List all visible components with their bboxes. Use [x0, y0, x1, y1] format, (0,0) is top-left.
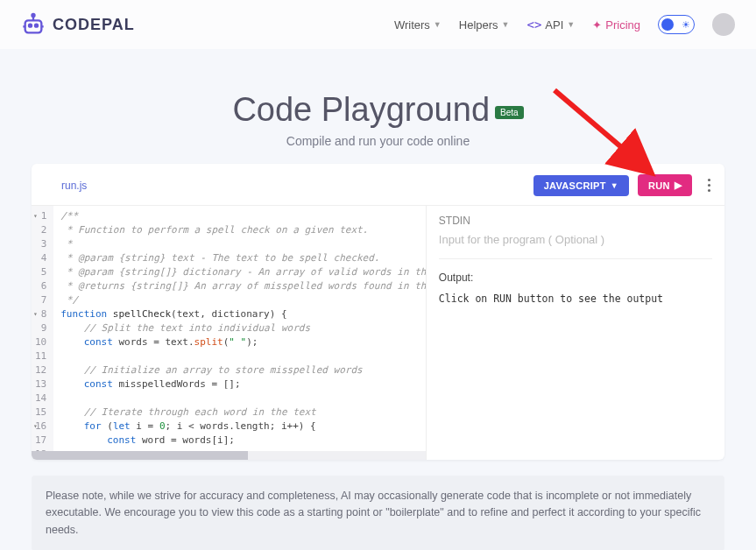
nav-api-label: API — [545, 18, 563, 32]
svg-rect-0 — [25, 20, 42, 32]
code-editor[interactable]: 1▾2345678▾910111213141516▾171819202122 /… — [32, 206, 427, 460]
file-tab[interactable]: run.js — [61, 180, 87, 192]
nav-writers-label: Writers — [394, 18, 430, 32]
nav-writers[interactable]: Writers▼ — [394, 18, 442, 32]
run-button[interactable]: RUN▶ — [638, 174, 692, 196]
logo[interactable]: CODEPAL — [21, 12, 135, 37]
svg-point-2 — [35, 25, 38, 27]
io-panel: STDIN Output: Click on RUN button to see… — [427, 206, 724, 460]
nav-pricing[interactable]: ✦Pricing — [592, 18, 640, 32]
chevron-down-icon: ▼ — [567, 20, 575, 29]
play-icon: ▶ — [675, 180, 682, 191]
horizontal-scrollbar[interactable] — [32, 451, 426, 460]
chevron-down-icon: ▼ — [611, 181, 618, 190]
header: CODEPAL Writers▼ Helpers▼ <>API▼ ✦Pricin… — [0, 0, 756, 49]
svg-point-4 — [32, 14, 34, 17]
toggle-knob — [661, 18, 674, 31]
divider — [439, 258, 712, 259]
run-label: RUN — [648, 180, 670, 191]
output-label: Output: — [439, 271, 712, 284]
nav-helpers-label: Helpers — [459, 18, 498, 32]
page-title: Code Playground — [232, 91, 490, 129]
avatar[interactable] — [712, 13, 735, 36]
stdin-label: STDIN — [439, 215, 712, 227]
page-subtitle: Compile and run your code online — [0, 134, 756, 148]
menu-button[interactable] — [708, 179, 710, 192]
svg-point-1 — [29, 25, 32, 27]
nav-api[interactable]: <>API▼ — [527, 18, 576, 32]
panel-body: 1▾2345678▾910111213141516▾171819202122 /… — [32, 206, 724, 460]
theme-toggle[interactable]: ☀ — [658, 15, 695, 34]
line-gutter: 1▾2345678▾910111213141516▾171819202122 — [32, 206, 53, 460]
output-text: Click on RUN button to see the output — [439, 293, 712, 305]
title-block: Code PlaygroundBeta Compile and run your… — [0, 91, 756, 148]
panel-head: run.js JAVASCRIPT▼ RUN▶ — [32, 164, 724, 206]
sun-icon: ☀ — [682, 19, 690, 31]
code-area[interactable]: /** * Function to perform a spell check … — [53, 206, 426, 460]
nav-pricing-label: Pricing — [605, 18, 640, 32]
braces-icon: <> — [527, 18, 542, 32]
beta-badge: Beta — [495, 106, 524, 119]
language-label: JAVASCRIPT — [544, 180, 606, 191]
stdin-input[interactable] — [439, 233, 712, 246]
nav-helpers[interactable]: Helpers▼ — [459, 18, 510, 32]
chevron-down-icon: ▼ — [502, 20, 510, 29]
nav: Writers▼ Helpers▼ <>API▼ ✦Pricing ☀ — [394, 13, 735, 36]
scroll-thumb[interactable] — [32, 451, 248, 460]
disclaimer-note: Please note, while we strive for accurac… — [32, 476, 724, 550]
playground-panel: run.js JAVASCRIPT▼ RUN▶ 1▾2345678▾910111… — [32, 164, 724, 460]
language-button[interactable]: JAVASCRIPT▼ — [533, 175, 629, 196]
sparkle-icon: ✦ — [592, 18, 602, 32]
chevron-down-icon: ▼ — [434, 20, 442, 29]
brand-text: CODEPAL — [53, 16, 135, 34]
robot-icon — [21, 12, 46, 37]
